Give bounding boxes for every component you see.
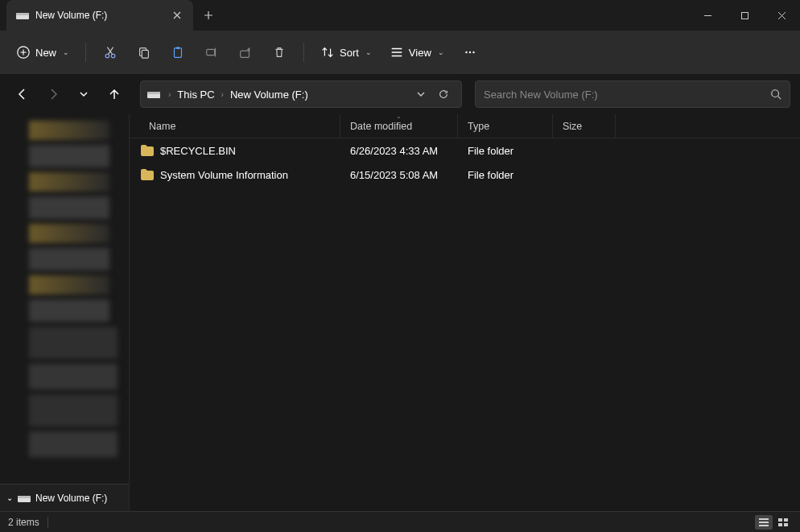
breadcrumb-segment[interactable]: This PC <box>174 89 217 101</box>
folder-icon <box>141 169 154 180</box>
back-button[interactable] <box>10 81 35 107</box>
svg-point-5 <box>111 54 115 58</box>
svg-rect-10 <box>207 49 215 55</box>
maximize-button[interactable] <box>726 0 763 31</box>
new-button-label: New <box>35 47 56 59</box>
drive-icon <box>18 493 31 503</box>
navigation-pane[interactable]: ⌄ New Volume (F:) <box>0 114 129 511</box>
toolbar-separator <box>303 43 304 62</box>
svg-rect-1 <box>16 13 29 15</box>
sort-button[interactable]: Sort ⌄ <box>312 38 380 67</box>
breadcrumb-separator[interactable]: › <box>218 90 227 99</box>
share-button[interactable] <box>229 38 262 67</box>
svg-rect-8 <box>175 48 182 58</box>
column-header-date[interactable]: ⌄Date modified <box>340 114 458 138</box>
toolbar-separator <box>85 43 86 62</box>
file-date: 6/15/2023 5:08 AM <box>340 169 458 181</box>
file-date: 6/26/2023 4:33 AM <box>340 145 458 157</box>
svg-rect-11 <box>241 51 249 57</box>
svg-point-14 <box>472 52 474 53</box>
chevron-down-icon: ⌄ <box>63 48 69 56</box>
column-headers: Name ⌄Date modified Type Size <box>130 114 800 138</box>
file-type: File folder <box>458 145 553 157</box>
navigation-bar: › This PC › New Volume (F:) <box>0 74 800 114</box>
view-button[interactable]: View ⌄ <box>381 38 452 67</box>
tab-title: New Volume (F:) <box>35 10 171 21</box>
column-header-name[interactable]: Name <box>130 114 340 138</box>
cut-button[interactable] <box>94 38 126 67</box>
drive-icon <box>147 89 160 99</box>
address-bar[interactable]: › This PC › New Volume (F:) <box>140 80 462 108</box>
status-item-count: 2 items <box>8 517 39 528</box>
window-tab[interactable]: New Volume (F:) <box>6 0 193 31</box>
column-header-spacer <box>616 114 800 138</box>
navigation-tree[interactable] <box>0 114 129 484</box>
new-button[interactable]: New ⌄ <box>8 38 77 67</box>
column-header-type[interactable]: Type <box>458 114 553 138</box>
breadcrumb-separator[interactable]: › <box>165 90 174 99</box>
minimize-button[interactable] <box>689 0 726 31</box>
column-header-size[interactable]: Size <box>553 114 616 138</box>
copy-button[interactable] <box>128 38 160 67</box>
svg-rect-20 <box>778 518 782 522</box>
svg-point-17 <box>772 90 779 97</box>
table-row[interactable]: System Volume Information 6/15/2023 5:08… <box>130 163 800 187</box>
file-name: $RECYCLE.BIN <box>160 145 236 157</box>
svg-point-12 <box>465 52 467 53</box>
close-window-button[interactable] <box>763 0 800 31</box>
folder-icon <box>141 145 154 156</box>
view-button-label: View <box>409 47 431 59</box>
svg-point-13 <box>469 52 471 53</box>
svg-rect-21 <box>784 518 788 522</box>
status-bar: 2 items <box>0 511 800 532</box>
file-type: File folder <box>458 169 553 181</box>
chevron-down-icon: ⌄ <box>6 493 13 502</box>
address-dropdown-button[interactable] <box>410 83 432 105</box>
recent-locations-button[interactable] <box>71 81 97 107</box>
breadcrumb-segment[interactable]: New Volume (F:) <box>227 89 311 101</box>
refresh-button[interactable] <box>432 83 455 105</box>
drive-icon <box>16 10 29 20</box>
sidebar-item-label: New Volume (F:) <box>35 493 107 504</box>
rename-button[interactable] <box>196 38 228 67</box>
delete-button[interactable] <box>263 38 295 67</box>
svg-point-4 <box>105 54 109 58</box>
search-box[interactable] <box>475 80 790 108</box>
sort-indicator-icon: ⌄ <box>396 113 402 120</box>
sort-button-label: Sort <box>340 47 359 59</box>
new-tab-button[interactable] <box>193 0 224 31</box>
svg-rect-16 <box>147 92 160 94</box>
details-view-button[interactable] <box>755 515 773 530</box>
chevron-down-icon: ⌄ <box>438 48 444 56</box>
table-row[interactable]: $RECYCLE.BIN 6/26/2023 4:33 AM File fold… <box>130 138 800 163</box>
chevron-down-icon: ⌄ <box>365 48 372 56</box>
svg-rect-7 <box>142 50 148 58</box>
file-list-pane: Name ⌄Date modified Type Size $RECYCLE.B… <box>129 114 800 511</box>
sidebar-item-current-drive[interactable]: ⌄ New Volume (F:) <box>0 484 129 511</box>
svg-rect-2 <box>741 12 748 19</box>
svg-rect-23 <box>784 523 788 526</box>
paste-button[interactable] <box>162 38 194 67</box>
file-list[interactable]: $RECYCLE.BIN 6/26/2023 4:33 AM File fold… <box>130 138 800 511</box>
thumbnails-view-button[interactable] <box>774 515 792 530</box>
svg-rect-22 <box>778 523 782 526</box>
title-bar: New Volume (F:) <box>0 0 800 31</box>
search-icon[interactable] <box>770 89 781 100</box>
toolbar: New ⌄ Sort ⌄ View ⌄ <box>0 31 800 74</box>
forward-button[interactable] <box>40 81 66 107</box>
close-tab-button[interactable] <box>171 9 184 22</box>
file-name: System Volume Information <box>160 169 288 181</box>
more-button[interactable] <box>454 38 486 67</box>
svg-rect-9 <box>176 47 179 49</box>
svg-rect-19 <box>18 496 31 498</box>
up-button[interactable] <box>101 81 127 107</box>
search-input[interactable] <box>484 89 770 101</box>
status-separator <box>47 517 48 528</box>
